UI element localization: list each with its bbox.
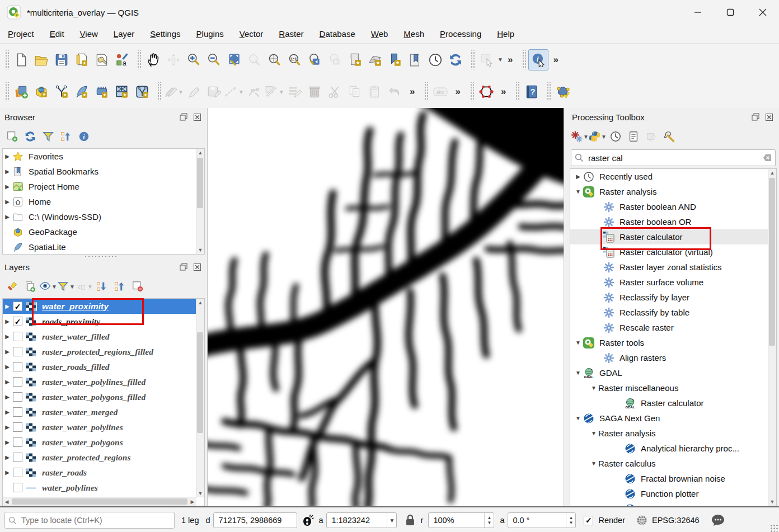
style-manager-button[interactable]: a xyxy=(112,49,132,71)
add-group-button[interactable] xyxy=(21,277,39,295)
new-vector-layer-button[interactable] xyxy=(132,81,152,103)
temporal-controller-button[interactable] xyxy=(425,49,445,71)
layer-item-water-polylines[interactable]: water_polylines xyxy=(3,480,196,495)
ptree-reclassify-by-layer[interactable]: Reclassify by layer xyxy=(570,290,768,305)
ptree-rescale-raster[interactable]: Rescale raster xyxy=(570,320,768,335)
menu-view[interactable]: View xyxy=(80,29,98,39)
current-edits-button[interactable]: ▼ xyxy=(163,81,184,103)
shape-digitizing-button[interactable] xyxy=(476,81,496,103)
zoom-to-layer-button[interactable] xyxy=(264,49,284,71)
menu-help[interactable]: Help xyxy=(497,29,514,39)
data-source-manager-button[interactable] xyxy=(11,81,31,103)
help-button[interactable]: ? xyxy=(522,81,542,103)
labels-button[interactable]: abc xyxy=(430,81,450,103)
menu-settings[interactable]: Settings xyxy=(150,29,180,39)
layer-checkbox[interactable] xyxy=(13,362,22,371)
new-map-view-button[interactable] xyxy=(345,49,365,71)
spinner-arrows-icon[interactable]: ▲▼ xyxy=(566,513,575,528)
new-virtual-layer-button[interactable] xyxy=(112,81,132,103)
layer-checkbox[interactable]: ✓ xyxy=(13,302,22,311)
locate-box[interactable] xyxy=(4,512,175,529)
digitize-segment-button[interactable]: ▼ xyxy=(224,81,244,103)
layer-checkbox[interactable]: ✓ xyxy=(13,317,22,326)
toolbar-overflow-icon[interactable]: » xyxy=(503,54,517,65)
layers-float-button[interactable] xyxy=(178,262,189,272)
browser-refresh-button[interactable] xyxy=(21,128,39,145)
pan-to-selection-button[interactable] xyxy=(163,49,184,71)
layer-item[interactable]: ▶raster_water_merged xyxy=(3,404,196,420)
toolbar-overflow-icon[interactable]: » xyxy=(405,86,419,97)
ptree-raster-surface-volume[interactable]: Raster surface volume xyxy=(570,275,768,290)
filter-browser-button[interactable] xyxy=(39,128,57,145)
edit-features-in-place-button[interactable] xyxy=(642,128,660,145)
undo-button[interactable] xyxy=(385,81,405,103)
zoom-full-extent-button[interactable] xyxy=(224,49,244,71)
manage-map-themes-button[interactable]: ▼ xyxy=(39,277,57,295)
menu-project[interactable]: Project xyxy=(8,29,34,39)
ptree-saga-next-gen[interactable]: ▼SAGA Next Gen xyxy=(570,411,768,426)
ptree-raster-analysis[interactable]: ▼Raster analysis xyxy=(570,184,768,199)
ptree-raster-layer-zonal-statistics[interactable]: Raster layer zonal statistics xyxy=(570,260,768,275)
browser-item-spatialite[interactable]: SpatiaLite xyxy=(3,239,196,255)
new-geopackage-layer-button[interactable] xyxy=(31,81,51,103)
toolbar-grip[interactable] xyxy=(4,50,9,69)
layer-item[interactable]: ▶raster_water_polygons xyxy=(3,435,196,450)
layer-item[interactable]: ▶raster_roads xyxy=(3,465,196,480)
browser-item-favorites[interactable]: ▶Favorites xyxy=(3,149,196,164)
processing-search-box[interactable] xyxy=(571,149,776,166)
new-mesh-layer-button[interactable] xyxy=(92,81,112,103)
map-canvas[interactable] xyxy=(207,108,564,506)
mouse-position-icon[interactable] xyxy=(301,513,315,528)
ptree-function-plotter[interactable]: Function plotter xyxy=(570,486,768,501)
ptree-raster-tools[interactable]: ▼Raster tools xyxy=(570,335,768,350)
layer-item[interactable]: ▶raster_water_polylines_filled xyxy=(3,374,196,389)
scale-combo[interactable]: 1:1823242 ▼ xyxy=(326,512,397,528)
layer-checkbox[interactable] xyxy=(13,347,22,356)
filter-by-expression-button[interactable]: ε▼ xyxy=(75,277,93,295)
new-3d-map-view-button[interactable] xyxy=(365,49,385,71)
lock-scale-icon[interactable] xyxy=(405,514,416,526)
expand-all-button[interactable] xyxy=(93,277,111,295)
check-geometries-button[interactable] xyxy=(553,81,573,103)
ptree-recently-used[interactable]: ▶Recently used xyxy=(570,169,768,184)
layer-checkbox[interactable] xyxy=(13,453,22,462)
layer-item[interactable]: ▶raster_water_filled xyxy=(3,329,196,344)
layer-item[interactable]: ▶raster_water_polygons_filled xyxy=(3,389,196,404)
add-selected-layers-button[interactable] xyxy=(3,128,21,145)
zoom-native-button[interactable]: 1:1 xyxy=(284,49,304,71)
layer-item[interactable]: ▶raster_roads_filled xyxy=(3,359,196,374)
paste-features-button[interactable] xyxy=(365,81,385,103)
toolbar-grip[interactable] xyxy=(157,82,161,101)
layer-item-water-proximity[interactable]: ▶✓water_proximity xyxy=(3,299,196,314)
layer-item-roads-proximity[interactable]: ▶✓roads_proximity xyxy=(3,314,196,329)
remove-layer-button[interactable] xyxy=(129,277,147,295)
ptree-analytical-hierarchy[interactable]: Analytical hierarchy proc... xyxy=(570,441,768,456)
magnifier-spinbox[interactable]: 100% ▲▼ xyxy=(428,512,494,528)
zoom-out-button[interactable] xyxy=(204,49,224,71)
new-shapefile-layer-button[interactable] xyxy=(51,81,72,103)
vertex-tool-button[interactable] xyxy=(244,81,264,103)
browser-properties-button[interactable]: i xyxy=(75,128,93,145)
toolbar-overflow-icon[interactable]: » xyxy=(548,54,562,65)
open-project-button[interactable] xyxy=(31,49,51,71)
clear-search-icon[interactable] xyxy=(761,153,772,162)
modify-attributes-button[interactable]: ▼ xyxy=(264,81,284,103)
menu-layer[interactable]: Layer xyxy=(114,29,135,39)
minimize-button[interactable] xyxy=(682,0,714,25)
layer-item[interactable]: ▶raster_water_polylines xyxy=(3,420,196,435)
layers-close-button[interactable] xyxy=(191,262,203,272)
browser-item-drive-c[interactable]: ▶C:\ (Windows-SSD) xyxy=(3,209,196,224)
messages-icon[interactable] xyxy=(711,514,725,527)
layer-checkbox[interactable] xyxy=(13,377,22,387)
ptree-raster-boolean-and[interactable]: Raster boolean AND xyxy=(570,199,768,214)
zoom-next-button[interactable] xyxy=(325,49,345,71)
ptree-raster-calculator[interactable]: Raster calculator xyxy=(570,229,768,244)
ptree-raster-boolean-or[interactable]: Raster boolean OR xyxy=(570,214,768,229)
filter-legend-button[interactable]: ▼ xyxy=(57,277,75,295)
toolbar-overflow-icon[interactable]: » xyxy=(496,86,510,97)
menu-plugins[interactable]: Plugins xyxy=(196,29,224,39)
menu-processing[interactable]: Processing xyxy=(440,29,481,39)
render-checkbox[interactable]: ✓ xyxy=(584,516,593,525)
save-layer-edits-button[interactable] xyxy=(204,81,224,103)
maximize-button[interactable] xyxy=(714,0,747,25)
